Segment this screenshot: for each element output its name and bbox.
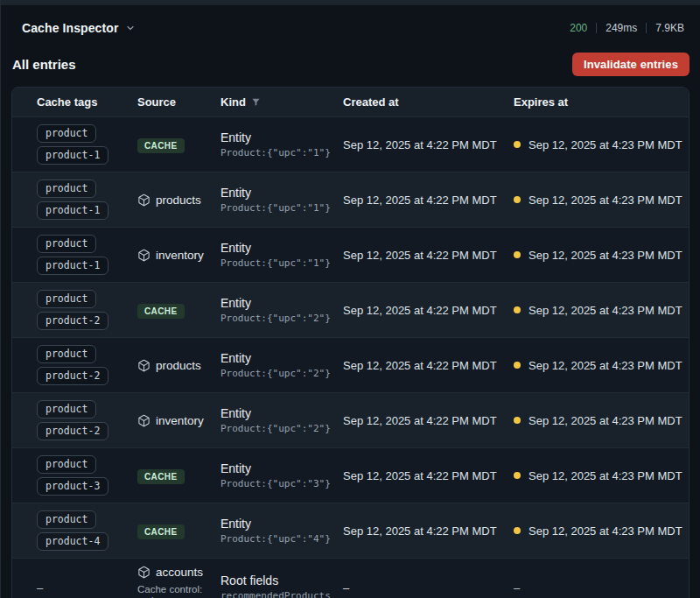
cache-tag-chip: product bbox=[37, 345, 96, 363]
kind-detail: Product:{"upc":"1"} bbox=[220, 202, 336, 214]
table-row[interactable]: productproduct-2 CACHE Entity Product:{"… bbox=[12, 282, 689, 337]
subgraph-source: products bbox=[137, 193, 214, 207]
kind-detail: Product:{"upc":"1"} bbox=[220, 147, 336, 158]
kind-detail: recommendedProducts bbox=[220, 590, 336, 598]
subgraph-name: inventory bbox=[156, 249, 204, 262]
expires-at-wrap: Sep 12, 2025 at 4:23 PM MDT bbox=[514, 414, 682, 427]
cell-source: CACHE bbox=[137, 461, 220, 491]
expires-at-wrap: Sep 12, 2025 at 4:23 PM MDT bbox=[514, 304, 682, 317]
cell-kind: Entity Product:{"upc":"2"} bbox=[220, 399, 343, 441]
table-row[interactable]: productproduct-3 CACHE Entity Product:{"… bbox=[12, 447, 689, 503]
cell-created-at: Sep 12, 2025 at 4:22 PM MDT bbox=[343, 516, 514, 545]
expires-at-value: Sep 12, 2025 at 4:23 PM MDT bbox=[528, 304, 682, 317]
cell-created-at: Sep 12, 2025 at 4:22 PM MDT bbox=[343, 130, 514, 159]
cache-badge: CACHE bbox=[137, 304, 185, 319]
cell-expires-at: Sep 12, 2025 at 4:23 PM MDT bbox=[514, 186, 690, 214]
cache-badge: CACHE bbox=[137, 138, 185, 153]
table-row[interactable]: productproduct-1 inventory Entity Produc… bbox=[12, 227, 689, 282]
table-row[interactable]: – accountsCache control:private Root fie… bbox=[12, 558, 689, 598]
expires-at-wrap: Sep 12, 2025 at 4:23 PM MDT bbox=[514, 249, 682, 262]
table-row[interactable]: productproduct-1 products Entity Product… bbox=[12, 172, 689, 227]
created-at-value: Sep 12, 2025 at 4:22 PM MDT bbox=[343, 138, 497, 151]
cube-icon bbox=[137, 414, 150, 427]
cell-source: accountsCache control:private bbox=[137, 559, 220, 598]
table-row[interactable]: productproduct-4 CACHE Entity Product:{"… bbox=[12, 503, 689, 558]
kind-title: Entity bbox=[220, 296, 336, 310]
table-row[interactable]: productproduct-1 CACHE Entity Product:{"… bbox=[12, 116, 689, 172]
cube-icon bbox=[137, 566, 150, 579]
cell-created-at: Sep 12, 2025 at 4:22 PM MDT bbox=[343, 185, 514, 215]
cell-source: products bbox=[137, 186, 220, 214]
cell-kind: Entity Product:{"upc":"1"} bbox=[220, 234, 343, 276]
kind-title: Root fields bbox=[220, 573, 336, 587]
created-at-value: Sep 12, 2025 at 4:22 PM MDT bbox=[343, 469, 497, 482]
stats-divider bbox=[596, 23, 597, 33]
cell-expires-at: Sep 12, 2025 at 4:23 PM MDT bbox=[514, 517, 690, 545]
expires-at-value: Sep 12, 2025 at 4:23 PM MDT bbox=[528, 249, 682, 262]
stats-divider bbox=[646, 23, 647, 33]
cell-expires-at: Sep 12, 2025 at 4:23 PM MDT bbox=[514, 407, 690, 434]
column-header-cache-tags: Cache tags bbox=[37, 95, 137, 109]
cell-source: CACHE bbox=[137, 516, 220, 546]
cache-tag-chip: product-1 bbox=[37, 257, 108, 275]
response-size: 7.9KB bbox=[655, 22, 684, 34]
request-stats: 200 249ms 7.9KB bbox=[570, 22, 684, 34]
cache-tag-chip: product bbox=[37, 510, 96, 529]
subgraph-name: accounts bbox=[156, 566, 203, 579]
cell-cache-tags: productproduct-1 bbox=[37, 172, 137, 227]
table-row[interactable]: productproduct-2 products Entity Product… bbox=[12, 337, 689, 392]
cache-tag-chip: product bbox=[37, 124, 96, 143]
cell-expires-at: – bbox=[514, 574, 680, 598]
cell-created-at: Sep 12, 2025 at 4:22 PM MDT bbox=[343, 295, 514, 325]
cell-cache-tags: productproduct-1 bbox=[37, 228, 137, 282]
cell-kind: Root fields recommendedProducts bbox=[220, 566, 343, 598]
cache-inspector-dropdown[interactable]: Cache Inspector bbox=[22, 21, 136, 35]
filter-icon[interactable] bbox=[251, 97, 261, 107]
cache-tag-chip: product-2 bbox=[37, 422, 108, 440]
expires-at-wrap: Sep 12, 2025 at 4:23 PM MDT bbox=[514, 193, 682, 207]
subgraph-source: accounts bbox=[137, 566, 214, 579]
cache-tag-chip: product-4 bbox=[37, 532, 108, 551]
column-header-created-at: Created at bbox=[343, 95, 514, 109]
cell-created-at: Sep 12, 2025 at 4:22 PM MDT bbox=[343, 350, 514, 380]
expires-at-wrap: Sep 12, 2025 at 4:23 PM MDT bbox=[514, 138, 682, 151]
cube-icon bbox=[137, 249, 150, 262]
cell-source: CACHE bbox=[137, 295, 220, 326]
cache-control-label: Cache control: bbox=[137, 583, 214, 596]
cell-expires-at: Sep 12, 2025 at 4:23 PM MDT bbox=[514, 462, 690, 489]
kind-detail: Product:{"upc":"2"} bbox=[220, 368, 336, 379]
request-duration: 249ms bbox=[606, 22, 637, 34]
expiry-status-dot bbox=[514, 417, 521, 424]
empty-value: – bbox=[37, 581, 43, 594]
cell-source: products bbox=[137, 352, 220, 379]
kind-detail: Product:{"upc":"1"} bbox=[220, 257, 336, 269]
section-header: All entries Invalidate entries bbox=[1, 44, 700, 87]
kind-title: Entity bbox=[220, 130, 336, 144]
cell-cache-tags: productproduct-3 bbox=[37, 448, 137, 503]
expires-at-value: Sep 12, 2025 at 4:23 PM MDT bbox=[528, 138, 682, 151]
column-header-kind[interactable]: Kind bbox=[220, 95, 343, 109]
section-heading: All entries bbox=[12, 57, 76, 72]
cell-kind: Entity Product:{"upc":"1"} bbox=[220, 123, 343, 165]
created-at-value: Sep 12, 2025 at 4:22 PM MDT bbox=[343, 359, 497, 372]
kind-title: Entity bbox=[220, 351, 336, 365]
cell-expires-at: Sep 12, 2025 at 4:23 PM MDT bbox=[514, 242, 690, 269]
cache-tag-chip: product-1 bbox=[37, 201, 108, 220]
created-at-value: Sep 12, 2025 at 4:22 PM MDT bbox=[343, 304, 497, 317]
kind-detail: Product:{"upc":"2"} bbox=[220, 423, 336, 434]
cache-tag-chip: product bbox=[37, 400, 96, 419]
expires-at-value: Sep 12, 2025 at 4:23 PM MDT bbox=[528, 359, 682, 372]
subgraph-name: products bbox=[156, 193, 201, 207]
column-header-source: Source bbox=[137, 95, 220, 109]
cache-badge: CACHE bbox=[137, 524, 185, 539]
cell-kind: Entity Product:{"upc":"2"} bbox=[220, 344, 343, 386]
expires-at-value: Sep 12, 2025 at 4:23 PM MDT bbox=[528, 469, 682, 482]
cache-badge: CACHE bbox=[137, 469, 185, 484]
kind-title: Entity bbox=[220, 241, 336, 255]
table-row[interactable]: productproduct-2 inventory Entity Produc… bbox=[12, 392, 689, 447]
cell-source: inventory bbox=[137, 242, 220, 269]
invalidate-entries-button[interactable]: Invalidate entries bbox=[572, 53, 690, 76]
cell-source: CACHE bbox=[137, 130, 220, 160]
kind-title: Entity bbox=[220, 406, 336, 420]
expires-at-value: Sep 12, 2025 at 4:23 PM MDT bbox=[528, 524, 682, 538]
